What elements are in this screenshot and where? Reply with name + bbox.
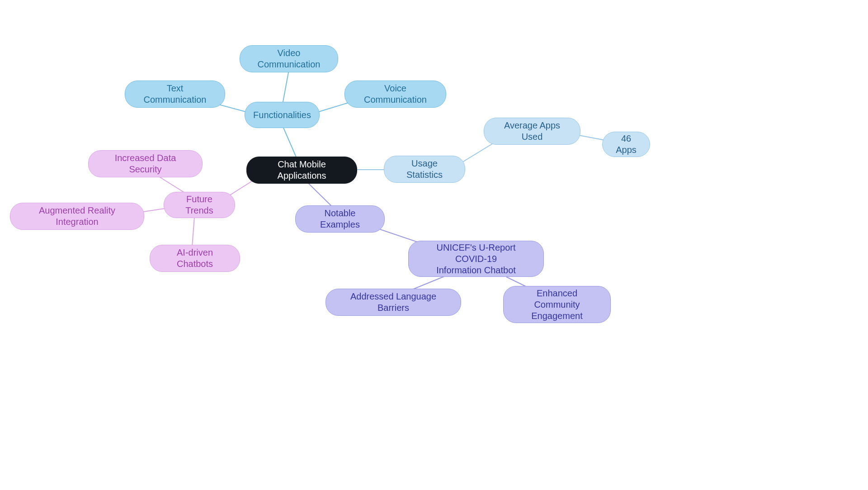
node-label: UNICEF's U-Report COVID-19 Information C… bbox=[420, 242, 532, 276]
svg-line-0 bbox=[283, 126, 298, 161]
node-community-engagement[interactable]: Enhanced Community Engagement bbox=[503, 286, 611, 323]
node-label: Increased Data Security bbox=[100, 152, 190, 175]
node-unicef-chatbot[interactable]: UNICEF's U-Report COVID-19 Information C… bbox=[408, 241, 544, 277]
node-label: AI-driven Chatbots bbox=[162, 247, 228, 270]
node-label: Future Trends bbox=[176, 194, 223, 216]
svg-line-5 bbox=[283, 72, 288, 104]
node-46-apps[interactable]: 46 Apps bbox=[602, 132, 650, 157]
svg-line-2 bbox=[307, 182, 333, 208]
node-video-communication[interactable]: Video Communication bbox=[240, 45, 338, 72]
node-label: Average Apps Used bbox=[496, 120, 568, 143]
node-label: Addressed Language Barriers bbox=[338, 291, 449, 314]
node-functionalities[interactable]: Functionalities bbox=[245, 102, 320, 128]
svg-line-14 bbox=[192, 217, 194, 247]
node-label: Functionalities bbox=[253, 109, 311, 121]
node-future-trends[interactable]: Future Trends bbox=[164, 192, 235, 218]
node-label: Video Communication bbox=[252, 48, 326, 70]
node-data-security[interactable]: Increased Data Security bbox=[88, 150, 203, 177]
node-label: Augmented Reality Integration bbox=[22, 205, 132, 228]
node-language-barriers[interactable]: Addressed Language Barriers bbox=[326, 289, 461, 316]
node-voice-communication[interactable]: Voice Communication bbox=[344, 81, 446, 108]
node-ai-chatbots[interactable]: AI-driven Chatbots bbox=[150, 245, 240, 272]
node-label: Enhanced Community Engagement bbox=[515, 288, 599, 322]
node-label: Text Communication bbox=[137, 83, 213, 105]
node-label: 46 Apps bbox=[614, 133, 638, 156]
node-label: Usage Statistics bbox=[396, 158, 453, 181]
node-label: Voice Communication bbox=[357, 83, 434, 105]
node-text-communication[interactable]: Text Communication bbox=[125, 81, 225, 108]
node-label: Notable Examples bbox=[307, 208, 373, 230]
node-average-apps[interactable]: Average Apps Used bbox=[484, 118, 580, 145]
node-usage-statistics[interactable]: Usage Statistics bbox=[384, 156, 465, 183]
node-notable-examples[interactable]: Notable Examples bbox=[295, 205, 385, 233]
node-ar-integration[interactable]: Augmented Reality Integration bbox=[10, 203, 144, 230]
node-label-center: Chat Mobile Applications bbox=[259, 159, 345, 181]
node-center[interactable]: Chat Mobile Applications bbox=[246, 157, 357, 184]
